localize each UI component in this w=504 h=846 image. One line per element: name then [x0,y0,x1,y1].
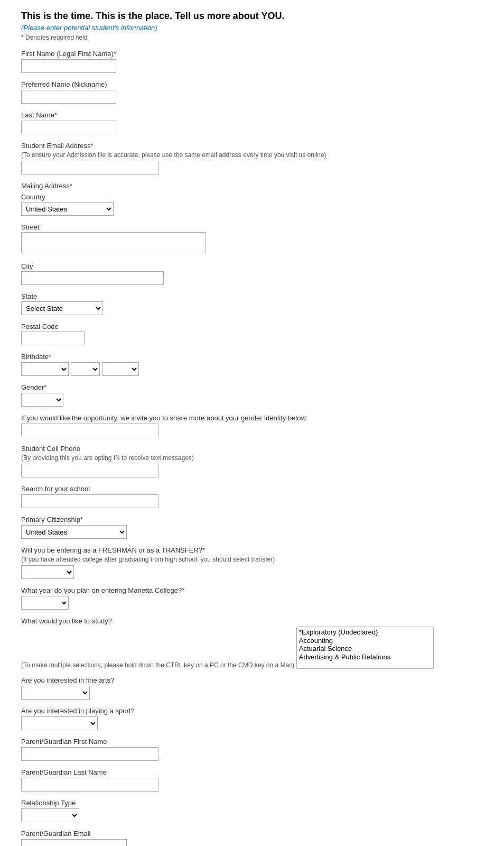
cell-phone-label: Student Cell Phone [21,445,483,453]
freshman-sublabel: (If you have attended college after grad… [21,556,483,563]
citizenship-select[interactable]: United States Canada Other [21,525,127,539]
email-sublabel: (To ensure your Admission file is accura… [21,151,483,159]
mailing-address-group: Mailing Address* Country United States S… [21,182,483,345]
country-label: Country [21,193,483,201]
city-input[interactable] [21,271,164,285]
study-select[interactable]: *Exploratory (Undeclared) Accounting Act… [296,627,434,669]
preferred-name-group: Preferred Name (Nickname) [21,80,483,104]
sport-label: Are you interested in playing a sport? [21,707,483,715]
preferred-name-label: Preferred Name (Nickname) [21,80,483,88]
first-name-input[interactable] [21,59,116,73]
sport-select[interactable]: Yes No [21,716,98,730]
school-group: Search for your school [21,485,483,508]
parent-email-input[interactable] [21,839,127,846]
birthdate-label: Birthdate* [21,353,483,361]
relationship-group: Relationship Type Mother Father Guardian… [21,799,483,822]
postal-label: Postal Code [21,323,483,330]
mailing-address-label: Mailing Address* [21,182,483,190]
country-group: Country United States [21,193,483,216]
birthdate-month-select[interactable]: JanuaryFebruaryMarch AprilMayJune JulyAu… [21,362,69,376]
relationship-label: Relationship Type [21,799,483,807]
city-label: City [21,262,483,270]
finearts-group: Are you interested in fine arts? Yes No [21,676,483,700]
state-select[interactable]: Select State Alabama Alaska Arizona Arka… [21,301,103,315]
birthdate-day-select[interactable]: 12345 678910 1112131415 1617181920 21222… [71,362,100,376]
citizenship-group: Primary Citizenship* United States Canad… [21,516,483,539]
last-name-input[interactable] [21,121,116,134]
parent-last-name-input[interactable] [21,778,158,792]
first-name-group: First Name (Legal First Name)* [21,50,483,73]
parent-last-name-group: Parent/Guardian Last Name [21,768,483,792]
citizenship-label: Primary Citizenship* [21,516,483,523]
gender-identity-input[interactable] [21,424,158,437]
page-title: This is the time. This is the place. Tel… [21,11,483,22]
school-input[interactable] [21,494,158,508]
freshman-label: Will you be entering as a FRESHMAN or as… [21,546,483,554]
postal-group: Postal Code [21,323,483,345]
street-label: Street [21,223,483,231]
last-name-group: Last Name* [21,111,483,134]
last-name-label: Last Name* [21,111,483,119]
state-label: State [21,292,483,300]
cell-phone-input[interactable] [21,464,158,477]
parent-first-name-group: Parent/Guardian First Name [21,738,483,761]
birthdate-year-select[interactable]: 2010200920082007 2006200520042003 200220… [102,362,139,376]
gender-identity-label: If you would like the opportunity, we in… [21,414,483,422]
birthdate-group: Birthdate* JanuaryFebruaryMarch AprilMay… [21,353,483,376]
email-input[interactable] [21,161,158,174]
preferred-name-input[interactable] [21,90,116,104]
gender-identity-group: If you would like the opportunity, we in… [21,414,483,437]
parent-last-name-label: Parent/Guardian Last Name [21,768,483,776]
parent-first-name-label: Parent/Guardian First Name [21,738,483,746]
sport-group: Are you interested in playing a sport? Y… [21,707,483,730]
street-group: Street [21,223,483,255]
school-label: Search for your school [21,485,483,493]
postal-input[interactable] [21,332,85,345]
study-sublabel: (To make multiple selections, please hol… [21,661,294,669]
cell-phone-group: Student Cell Phone (By providing this yo… [21,445,483,477]
first-name-label: First Name (Legal First Name)* [21,50,483,58]
page-subtitle: (Please enter potential student's inform… [21,24,483,32]
finearts-select[interactable]: Yes No [21,686,90,700]
parent-first-name-input[interactable] [21,747,158,761]
relationship-select[interactable]: Mother Father Guardian Other [21,808,79,822]
year-label: What year do you plan on entering Mariet… [21,586,483,594]
study-label: What would you like to study? [21,617,483,625]
parent-email-group: Parent/Guardian Email [21,830,483,846]
gender-select[interactable]: Male Female Other [21,393,63,407]
email-label: Student Email Address* [21,142,483,150]
birthdate-row: JanuaryFebruaryMarch AprilMayJune JulyAu… [21,362,483,376]
city-group: City [21,262,483,285]
street-input[interactable] [21,232,206,253]
study-group: What would you like to study? (To make m… [21,617,483,669]
finearts-label: Are you interested in fine arts? [21,676,483,684]
gender-label: Gender* [21,383,483,391]
cell-phone-sublabel: (By providing this you are opting IN to … [21,454,483,462]
state-group: State Select State Alabama Alaska Arizon… [21,292,483,315]
freshman-group: Will you be entering as a FRESHMAN or as… [21,546,483,579]
year-select[interactable]: 2024 2025 2026 2027 [21,596,69,610]
parent-email-label: Parent/Guardian Email [21,830,483,838]
country-select[interactable]: United States [21,202,114,216]
gender-group: Gender* Male Female Other [21,383,483,407]
required-note: * Denotes required field [21,34,483,41]
email-group: Student Email Address* (To ensure your A… [21,142,483,174]
freshman-select[interactable]: Freshman Transfer [21,565,74,579]
year-group: What year do you plan on entering Mariet… [21,586,483,610]
